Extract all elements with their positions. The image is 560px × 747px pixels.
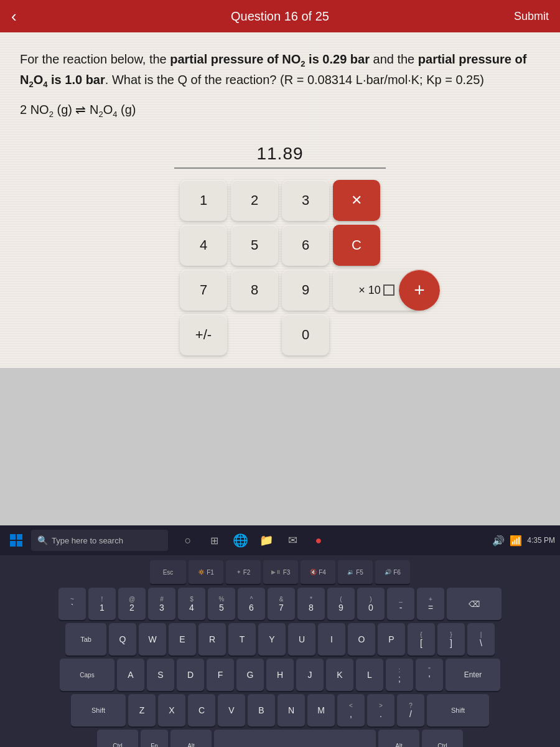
key-h[interactable]: H bbox=[266, 659, 294, 691]
key-slash[interactable]: ?/ bbox=[397, 694, 424, 726]
svg-rect-2 bbox=[10, 541, 16, 547]
key-u[interactable]: U bbox=[288, 623, 315, 655]
key-f5[interactable]: 🔉F5 bbox=[338, 560, 373, 584]
key-esc[interactable]: Esc bbox=[150, 560, 186, 584]
file-explorer-icon[interactable]: 📁 bbox=[256, 530, 276, 550]
key-k[interactable]: K bbox=[326, 659, 353, 691]
key-minus[interactable]: _- bbox=[387, 588, 414, 620]
key-o[interactable]: O bbox=[348, 623, 375, 655]
key-n[interactable]: N bbox=[278, 694, 305, 726]
key-2[interactable]: @2 bbox=[118, 588, 146, 620]
clock: 4:35 PM bbox=[527, 536, 555, 545]
key-ctrl-left[interactable]: Ctrl bbox=[97, 730, 138, 747]
calc-btn-backspace[interactable]: ✕ bbox=[333, 180, 380, 221]
key-shift-left[interactable]: Shift bbox=[71, 694, 126, 726]
key-rbracket[interactable]: }] bbox=[437, 623, 465, 655]
key-x[interactable]: X bbox=[158, 694, 185, 726]
key-8[interactable]: *8 bbox=[297, 588, 325, 620]
key-backslash[interactable]: |\ bbox=[467, 623, 495, 655]
back-button[interactable]: ‹ bbox=[11, 8, 17, 24]
key-enter[interactable]: Enter bbox=[446, 659, 500, 691]
key-period[interactable]: >. bbox=[367, 694, 394, 726]
apps-icon[interactable]: ● bbox=[309, 530, 329, 550]
key-e[interactable]: E bbox=[169, 623, 196, 655]
calc-btn-8[interactable]: 8 bbox=[231, 270, 278, 311]
question-progress: Question 16 of 25 bbox=[231, 9, 329, 24]
key-c[interactable]: C bbox=[188, 694, 215, 726]
question-text-part1: For the reaction below, the partial pres… bbox=[20, 52, 526, 87]
key-j[interactable]: J bbox=[296, 659, 324, 691]
calc-btn-6[interactable]: 6 bbox=[282, 225, 329, 266]
key-caps[interactable]: Caps bbox=[60, 659, 114, 691]
calc-btn-2[interactable]: 2 bbox=[231, 180, 278, 221]
key-lbracket[interactable]: {[ bbox=[408, 623, 435, 655]
key-space[interactable] bbox=[214, 730, 376, 747]
key-m[interactable]: M bbox=[307, 694, 335, 726]
key-p[interactable]: P bbox=[378, 623, 405, 655]
content-area: For the reaction below, the partial pres… bbox=[0, 32, 560, 368]
reaction-equation: 2 NO2 (g) ⇌ N2O4 (g) bbox=[20, 102, 540, 119]
submit-button[interactable]: Submit bbox=[514, 10, 549, 23]
network-icon[interactable]: 📶 bbox=[510, 535, 522, 547]
key-t[interactable]: T bbox=[228, 623, 256, 655]
key-f4[interactable]: 🔇F4 bbox=[301, 560, 335, 584]
calc-btn-clear[interactable]: C bbox=[333, 225, 380, 266]
calc-btn-9[interactable]: 9 bbox=[282, 270, 329, 311]
calc-btn-1[interactable]: 1 bbox=[180, 180, 227, 221]
calc-btn-7[interactable]: 7 bbox=[180, 270, 227, 311]
browser-icon[interactable]: 🌐 bbox=[230, 530, 250, 550]
key-1[interactable]: !1 bbox=[88, 588, 116, 620]
key-alt-left[interactable]: Alt bbox=[170, 730, 212, 747]
key-b[interactable]: B bbox=[248, 694, 275, 726]
key-r[interactable]: R bbox=[198, 623, 226, 655]
key-g[interactable]: G bbox=[236, 659, 264, 691]
key-z[interactable]: Z bbox=[128, 694, 156, 726]
header-bar: ‹ Question 16 of 25 Submit bbox=[0, 0, 560, 32]
key-w[interactable]: W bbox=[139, 623, 166, 655]
key-7[interactable]: &7 bbox=[268, 588, 295, 620]
calc-btn-plusminus[interactable]: +/- bbox=[180, 314, 227, 355]
key-y[interactable]: Y bbox=[258, 623, 286, 655]
key-backspace[interactable]: ⌫ bbox=[447, 588, 502, 620]
key-3[interactable]: #3 bbox=[148, 588, 175, 620]
key-f2[interactable]: ✦F2 bbox=[226, 560, 261, 584]
key-s[interactable]: S bbox=[147, 659, 174, 691]
key-quote[interactable]: "' bbox=[416, 659, 443, 691]
key-ctrl-right[interactable]: Ctrl bbox=[422, 730, 463, 747]
key-semicolon[interactable]: :; bbox=[386, 659, 413, 691]
key-0[interactable]: )0 bbox=[357, 588, 385, 620]
cortana-button[interactable]: ⊞ bbox=[204, 530, 224, 550]
key-fn[interactable]: Fn bbox=[141, 730, 168, 747]
key-f6[interactable]: 🔊F6 bbox=[375, 560, 410, 584]
exponent-box bbox=[383, 284, 394, 296]
taskbar-search[interactable]: 🔍 Type here to search bbox=[31, 530, 168, 551]
calc-btn-plus[interactable]: + bbox=[399, 270, 440, 311]
key-f1[interactable]: 🔅F1 bbox=[189, 560, 223, 584]
key-d[interactable]: D bbox=[177, 659, 204, 691]
calc-btn-3[interactable]: 3 bbox=[282, 180, 329, 221]
key-4[interactable]: $4 bbox=[178, 588, 205, 620]
key-v[interactable]: V bbox=[218, 694, 245, 726]
volume-icon[interactable]: 🔊 bbox=[492, 535, 505, 547]
mail-icon[interactable]: ✉ bbox=[282, 530, 302, 550]
key-a[interactable]: A bbox=[117, 659, 144, 691]
key-shift-right[interactable]: Shift bbox=[427, 694, 489, 726]
calc-btn-0[interactable]: 0 bbox=[282, 314, 329, 355]
key-6[interactable]: ^6 bbox=[238, 588, 265, 620]
calc-btn-5[interactable]: 5 bbox=[231, 225, 278, 266]
key-alt-right[interactable]: Alt bbox=[378, 730, 419, 747]
key-9[interactable]: (9 bbox=[327, 588, 355, 620]
key-tab[interactable]: Tab bbox=[65, 623, 106, 655]
key-i[interactable]: I bbox=[318, 623, 345, 655]
start-button[interactable] bbox=[5, 529, 27, 552]
key-f3[interactable]: ▶⏸F3 bbox=[263, 560, 298, 584]
key-5[interactable]: %5 bbox=[208, 588, 235, 620]
key-comma[interactable]: <, bbox=[337, 694, 365, 726]
key-l[interactable]: L bbox=[356, 659, 383, 691]
task-view-button[interactable]: ○ bbox=[178, 530, 198, 550]
key-tilde[interactable]: ~` bbox=[58, 588, 86, 620]
key-q[interactable]: Q bbox=[109, 623, 136, 655]
key-f[interactable]: F bbox=[207, 659, 234, 691]
key-equals[interactable]: += bbox=[417, 588, 444, 620]
calc-btn-4[interactable]: 4 bbox=[180, 225, 227, 266]
